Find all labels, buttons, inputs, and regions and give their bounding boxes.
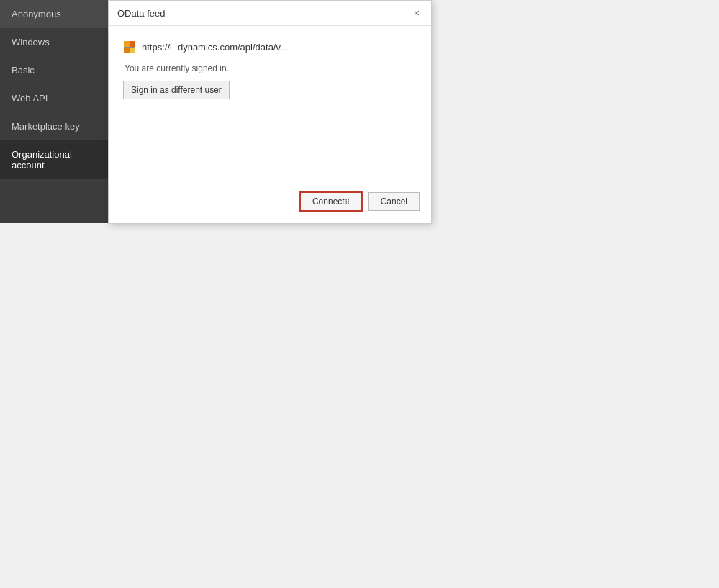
page-background: Anonymous Windows Basic Web API Marketpl… (0, 0, 719, 588)
table-icon (123, 40, 136, 53)
connect-button[interactable]: Connect⠿ (299, 191, 363, 212)
grid-cell-2 (130, 41, 136, 47)
sign-in-different-user-button[interactable]: Sign in as different user (123, 81, 230, 99)
grid-icon (124, 41, 135, 53)
sidebar-item-org-account[interactable]: Organizational account (0, 140, 108, 179)
sidebar-item-label: Basic (12, 65, 35, 76)
url-prefix-text: https://l (142, 42, 172, 53)
dialog-body: https://l dynamics.com/api/data/v... You… (109, 26, 431, 184)
sidebar-item-anonymous[interactable]: Anonymous (0, 0, 108, 28)
url-row: https://l dynamics.com/api/data/v... (123, 40, 417, 53)
dialog-titlebar: OData feed × (109, 1, 431, 26)
sidebar-item-marketplace-key[interactable]: Marketplace key (0, 112, 108, 140)
sidebar-item-windows[interactable]: Windows (0, 28, 108, 56)
sidebar: Anonymous Windows Basic Web API Marketpl… (0, 0, 108, 223)
grid-cell-1 (124, 41, 130, 47)
sidebar-item-webapi[interactable]: Web API (0, 84, 108, 112)
dialog-title: OData feed (117, 8, 166, 19)
grid-cell-3 (124, 48, 130, 53)
cancel-button[interactable]: Cancel (368, 192, 420, 211)
signed-in-message: You are currently signed in. (125, 63, 417, 73)
sidebar-item-label: Anonymous (12, 9, 61, 19)
odata-feed-dialog: OData feed × https://l dynamics.com/api/… (108, 0, 432, 224)
dialog-close-button[interactable]: × (411, 6, 422, 19)
grid-cell-4 (130, 48, 136, 53)
connect-button-label: Connect (312, 196, 345, 207)
spinner-dots: ⠿ (345, 198, 350, 206)
sidebar-item-label: Marketplace key (12, 121, 80, 132)
sidebar-item-label: Web API (12, 93, 48, 104)
dialog-footer: Connect⠿ Cancel (109, 184, 431, 223)
sidebar-item-label: Windows (12, 37, 50, 48)
sidebar-item-basic[interactable]: Basic (0, 56, 108, 84)
sidebar-item-label: Organizational account (12, 149, 72, 171)
url-suffix-text: dynamics.com/api/data/v... (178, 42, 288, 53)
